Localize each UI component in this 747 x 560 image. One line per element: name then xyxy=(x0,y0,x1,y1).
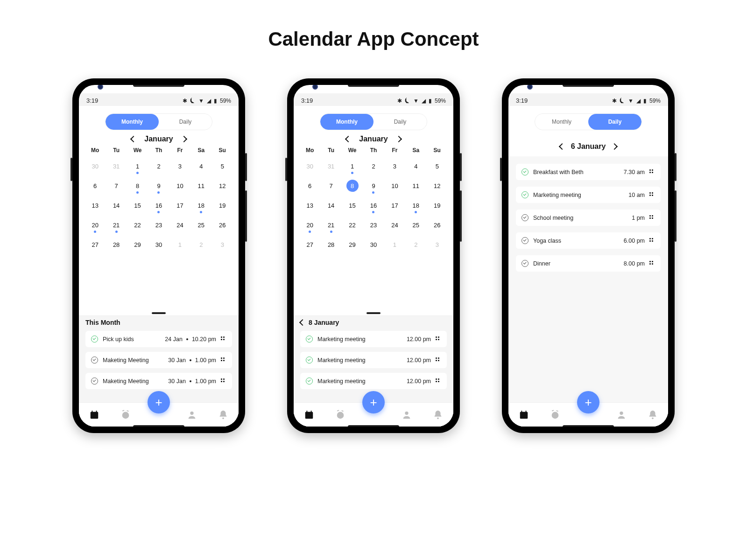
day-cell[interactable]: 2 xyxy=(405,235,426,254)
drag-handle[interactable] xyxy=(366,312,381,314)
day-cell[interactable]: 30 xyxy=(363,235,384,254)
event-row[interactable]: Maketing Meeting30 Jan1.00 pm xyxy=(85,373,232,389)
tab-monthly[interactable]: Monthly xyxy=(535,114,588,130)
day-cell[interactable]: 25 xyxy=(405,215,426,235)
event-row[interactable]: Yoga class6.00 pm xyxy=(516,232,661,249)
day-cell[interactable]: 1 xyxy=(169,235,190,254)
day-cell[interactable]: 29 xyxy=(342,235,363,254)
day-cell[interactable]: 31 xyxy=(320,156,341,176)
day-cell[interactable]: 13 xyxy=(85,196,106,215)
day-cell[interactable]: 20 xyxy=(85,215,106,235)
day-cell[interactable]: 19 xyxy=(427,196,448,215)
nav-profile-icon[interactable] xyxy=(187,410,197,420)
event-row[interactable]: Marketing meeting12.00 pm xyxy=(300,352,447,368)
day-cell[interactable]: 16 xyxy=(148,196,169,215)
drag-grip-icon[interactable] xyxy=(436,357,441,363)
day-cell[interactable]: 25 xyxy=(190,215,211,235)
nav-profile-icon[interactable] xyxy=(402,410,412,420)
day-cell[interactable]: 22 xyxy=(127,215,148,235)
day-cell[interactable]: 30 xyxy=(299,156,320,176)
day-cell[interactable]: 5 xyxy=(427,156,448,176)
day-cell[interactable]: 21 xyxy=(320,215,341,235)
day-cell[interactable]: 1 xyxy=(342,156,363,176)
day-cell[interactable]: 10 xyxy=(169,176,190,196)
day-cell[interactable]: 23 xyxy=(363,215,384,235)
add-event-button[interactable]: + xyxy=(148,391,170,413)
drag-grip-icon[interactable] xyxy=(436,336,441,342)
add-event-button[interactable]: + xyxy=(362,391,385,413)
next-day-button[interactable] xyxy=(611,143,618,150)
day-cell[interactable]: 2 xyxy=(148,156,169,176)
nav-clock-icon[interactable] xyxy=(550,410,560,420)
drag-grip-icon[interactable] xyxy=(436,378,441,384)
day-cell[interactable]: 30 xyxy=(85,156,106,176)
drag-grip-icon[interactable] xyxy=(221,378,226,384)
day-cell[interactable]: 13 xyxy=(299,196,320,215)
back-icon[interactable] xyxy=(299,319,306,326)
day-cell[interactable]: 28 xyxy=(320,235,341,254)
event-row[interactable]: Marketing meeting10 am xyxy=(516,187,661,203)
day-cell[interactable]: 31 xyxy=(106,156,127,176)
day-cell[interactable]: 23 xyxy=(148,215,169,235)
day-cell[interactable]: 8 xyxy=(127,176,148,196)
day-cell[interactable]: 3 xyxy=(212,235,233,254)
day-cell[interactable]: 1 xyxy=(384,235,405,254)
day-cell[interactable]: 9 xyxy=(363,176,384,196)
tab-daily[interactable]: Daily xyxy=(159,114,212,130)
day-cell[interactable]: 19 xyxy=(212,196,233,215)
drag-grip-icon[interactable] xyxy=(649,238,655,244)
event-row[interactable]: School meeting1 pm xyxy=(516,210,661,226)
drag-grip-icon[interactable] xyxy=(649,169,655,175)
day-cell[interactable]: 12 xyxy=(212,176,233,196)
drag-grip-icon[interactable] xyxy=(221,357,226,363)
day-cell[interactable]: 29 xyxy=(127,235,148,254)
day-cell[interactable]: 3 xyxy=(427,235,448,254)
day-cell[interactable]: 7 xyxy=(106,176,127,196)
drag-grip-icon[interactable] xyxy=(649,261,655,266)
day-cell[interactable]: 7 xyxy=(320,176,341,196)
day-cell[interactable]: 24 xyxy=(169,215,190,235)
day-cell[interactable]: 6 xyxy=(299,176,320,196)
event-row[interactable]: Pick up kids24 Jan10.20 pm xyxy=(85,331,232,347)
nav-profile-icon[interactable] xyxy=(616,410,627,420)
next-month-button[interactable] xyxy=(395,136,402,142)
day-cell[interactable]: 12 xyxy=(427,176,448,196)
day-cell[interactable]: 20 xyxy=(299,215,320,235)
day-cell[interactable]: 11 xyxy=(405,176,426,196)
day-cell[interactable]: 21 xyxy=(106,215,127,235)
event-row[interactable]: Marketing meeting12.00 pm xyxy=(300,331,447,347)
day-cell[interactable]: 2 xyxy=(363,156,384,176)
drag-handle[interactable] xyxy=(152,312,166,314)
nav-calendar-icon[interactable] xyxy=(89,410,99,420)
day-cell[interactable]: 3 xyxy=(384,156,405,176)
day-cell[interactable]: 24 xyxy=(384,215,405,235)
tab-monthly[interactable]: Monthly xyxy=(106,114,159,130)
event-row[interactable]: Marketing meeting12.00 pm xyxy=(300,373,447,389)
day-cell[interactable]: 28 xyxy=(106,235,127,254)
nav-calendar-icon[interactable] xyxy=(304,410,314,420)
event-row[interactable]: Maketing Meeting30 Jan1.00 pm xyxy=(85,352,232,368)
day-cell[interactable]: 17 xyxy=(169,196,190,215)
day-cell[interactable]: 18 xyxy=(405,196,426,215)
day-cell[interactable]: 9 xyxy=(148,176,169,196)
day-cell[interactable]: 14 xyxy=(106,196,127,215)
tab-monthly[interactable]: Monthly xyxy=(320,114,374,130)
day-cell[interactable]: 10 xyxy=(384,176,405,196)
day-cell[interactable]: 27 xyxy=(85,235,106,254)
day-cell[interactable]: 3 xyxy=(169,156,190,176)
nav-bell-icon[interactable] xyxy=(433,410,443,420)
prev-day-button[interactable] xyxy=(559,143,565,150)
day-cell[interactable]: 26 xyxy=(212,215,233,235)
day-cell[interactable]: 15 xyxy=(342,196,363,215)
day-cell[interactable]: 8 xyxy=(342,176,363,196)
day-cell[interactable]: 11 xyxy=(190,176,211,196)
prev-month-button[interactable] xyxy=(130,136,137,142)
day-cell[interactable]: 22 xyxy=(342,215,363,235)
day-cell[interactable]: 30 xyxy=(148,235,169,254)
day-cell[interactable]: 27 xyxy=(299,235,320,254)
drag-grip-icon[interactable] xyxy=(649,215,655,221)
nav-bell-icon[interactable] xyxy=(648,410,658,420)
day-cell[interactable]: 17 xyxy=(384,196,405,215)
day-cell[interactable]: 16 xyxy=(363,196,384,215)
day-cell[interactable]: 4 xyxy=(405,156,426,176)
